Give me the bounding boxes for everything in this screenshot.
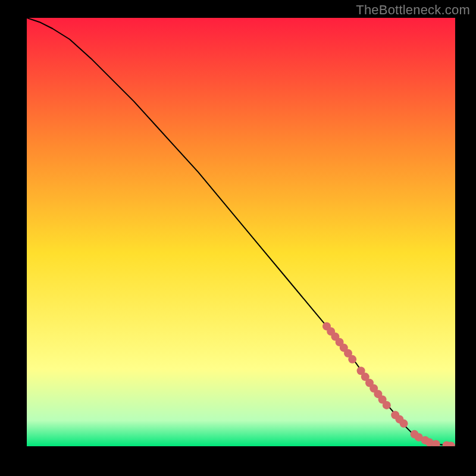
data-marker — [348, 355, 356, 364]
plot-overlay — [27, 18, 455, 446]
bottleneck-curve — [27, 18, 455, 446]
watermark-label: TheBottleneck.com — [356, 2, 470, 18]
plot-area — [27, 18, 455, 446]
chart-frame: TheBottleneck.com — [0, 0, 476, 476]
data-marker — [383, 401, 391, 409]
data-marker — [400, 419, 408, 428]
